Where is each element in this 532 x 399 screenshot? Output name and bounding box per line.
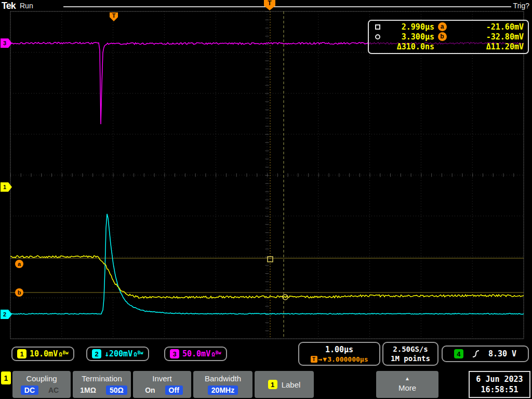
cursor-delta-value: Δ11.20mV — [450, 42, 524, 51]
datetime-display: 6 Jun 2023 16:58:51 — [469, 371, 530, 398]
trigger-record-flag-label: T — [112, 12, 116, 19]
ch1-scale: 10.0mVΩBw — [30, 349, 69, 358]
coupling-ac-option[interactable]: AC — [45, 385, 62, 395]
trigger-readout[interactable]: 4 8.30 V — [442, 345, 529, 362]
termination-button[interactable]: Termination 1MΩ 50Ω — [73, 371, 131, 398]
bandwidth-title: Bandwidth — [205, 374, 241, 383]
coupling-dc-option[interactable]: DC — [21, 385, 38, 395]
sample-rate: 2.50GS/s — [393, 345, 428, 353]
cursor-b-time: 3.300µs — [384, 32, 434, 42]
bottom-menu: 1 Coupling DC AC Termination 1MΩ 50Ω Inv… — [0, 370, 532, 399]
more-button[interactable]: ▲ More — [376, 371, 438, 398]
invert-off-option[interactable]: Off — [165, 385, 183, 395]
timebase-scale: 1.00µs — [325, 345, 353, 354]
status-bar: 1 10.0mVΩBw 2 ↓200mVΩBw 3 50.0mVΩBw 1.00… — [0, 340, 532, 369]
trigger-reference-flag-icon[interactable]: T — [264, 0, 275, 10]
trigger-level: 8.30 V — [488, 349, 516, 358]
ch4-badge: 4 — [454, 349, 463, 358]
invert-on-option[interactable]: On — [141, 385, 158, 395]
ch2-ground-label: 2 — [3, 311, 6, 317]
cursor-b-badge: b — [438, 32, 447, 41]
top-divider — [63, 6, 511, 7]
menu-channel-badge: 1 — [1, 371, 11, 384]
acquisition-status: Run — [20, 2, 33, 10]
top-bar: Tek Run Trig? T — [0, 0, 532, 11]
trigger-status: Trig? — [513, 2, 529, 10]
cursor-a-level-badge-label: a — [18, 261, 21, 267]
termination-50ohm-option[interactable]: 50Ω — [106, 385, 127, 395]
cursor-b-value: -32.80mV — [450, 32, 524, 42]
label-text: Label — [282, 380, 301, 389]
ch3-scale: 50.0mVΩBw — [182, 349, 221, 358]
ch3-badge: 3 — [170, 349, 179, 358]
record-length: 1M points — [391, 354, 430, 363]
ch2-badge: 2 — [92, 349, 101, 358]
ch1-scale-readout[interactable]: 1 10.0mVΩBw — [11, 347, 74, 361]
cursor-a-square-icon — [375, 24, 380, 30]
ch3-scale-readout[interactable]: 3 50.0mVΩBw — [164, 347, 227, 361]
invert-title: Invert — [152, 374, 172, 383]
ch3-ground-label: 3 — [3, 40, 6, 46]
timebase-delay: T →▼3.000000µs — [311, 355, 368, 363]
more-text: More — [398, 383, 416, 392]
scope-display[interactable]: ab312T — [0, 0, 532, 399]
cursor-b-level-badge-label: b — [18, 289, 21, 296]
acquisition-readout[interactable]: 2.50GS/s 1M points — [382, 342, 438, 366]
termination-title: Termination — [82, 374, 122, 383]
cursor-b-circle-icon — [375, 34, 380, 39]
invert-button[interactable]: Invert On Off — [133, 371, 191, 398]
oscilloscope-screen: ab312T Tek Run Trig? T 2.990µs a -21.60m… — [0, 0, 532, 399]
bandwidth-button[interactable]: Bandwidth 20MHz — [193, 371, 252, 398]
ch2-scale-readout[interactable]: 2 ↓200mVΩBw — [86, 347, 149, 361]
bandwidth-20mhz-option[interactable]: 20MHz — [208, 385, 238, 395]
label-button[interactable]: 1 Label — [255, 371, 314, 398]
chevron-up-icon: ▲ — [405, 377, 410, 381]
termination-1mohm-option[interactable]: 1MΩ — [76, 385, 100, 395]
time-text: 16:58:51 — [481, 385, 518, 394]
ch1-ground-label: 1 — [3, 184, 6, 190]
cursor-delta-time: Δ310.0ns — [384, 42, 434, 51]
cursor-a-badge: a — [438, 22, 447, 31]
coupling-title: Coupling — [26, 374, 57, 383]
date-text: 6 Jun 2023 — [476, 375, 523, 384]
tek-logo: Tek — [2, 1, 16, 11]
rising-edge-icon — [472, 349, 480, 358]
waveform-ch1[interactable] — [10, 256, 524, 298]
waveform-ch2[interactable] — [10, 214, 524, 314]
cursor-a-time: 2.990µs — [384, 22, 434, 32]
label-ch1-badge: 1 — [268, 380, 277, 389]
ch2-scale: ↓200mVΩBw — [104, 349, 143, 358]
ch1-badge: 1 — [17, 349, 26, 358]
cursor-readout-panel: 2.990µs a -21.60mV 3.300µs b -32.80mV Δ3… — [368, 20, 529, 54]
waveform-ch3[interactable] — [10, 42, 524, 124]
trigger-t-icon: T — [311, 356, 317, 363]
coupling-button[interactable]: Coupling DC AC — [12, 371, 71, 398]
cursor-a-value: -21.60mV — [450, 22, 524, 32]
timebase-readout[interactable]: 1.00µs T →▼3.000000µs — [298, 342, 380, 366]
